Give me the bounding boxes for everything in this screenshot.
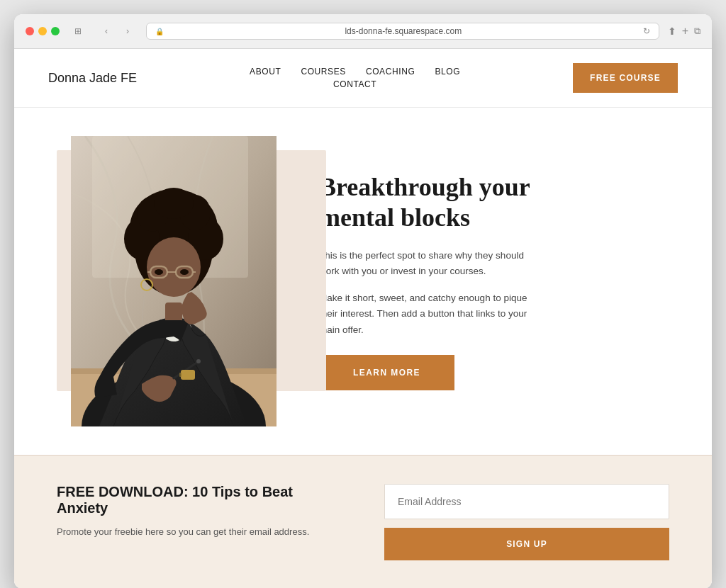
site-header: Donna Jade FE ABOUT COURSES COACHING BLO…: [14, 49, 712, 108]
back-button[interactable]: ‹: [96, 24, 116, 38]
svg-point-19: [155, 269, 163, 275]
forward-button[interactable]: ›: [118, 24, 138, 38]
signup-text-area: FREE DOWNLOAD: 10 Tips to Beat Anxiety P…: [57, 484, 342, 540]
main-nav: ABOUT COURSES COACHING BLOG CONTACT: [137, 67, 573, 89]
nav-arrows: ‹ ›: [96, 24, 138, 38]
hero-desc-1: This is the perfect spot to share why th…: [319, 248, 546, 280]
sidebar-toggle-button[interactable]: ⊞: [68, 24, 88, 38]
browser-actions: ⬆ + ⧉: [668, 25, 700, 38]
refresh-button[interactable]: ↻: [643, 26, 650, 36]
svg-point-22: [196, 359, 201, 363]
hero-section: Breakthrough your mental blocks This is …: [14, 108, 712, 455]
svg-rect-23: [181, 370, 195, 380]
learn-more-button[interactable]: LEARN MORE: [319, 355, 454, 390]
hero-image-container: [71, 136, 277, 426]
new-tab-icon[interactable]: +: [682, 25, 688, 38]
website-content: Donna Jade FE ABOUT COURSES COACHING BLO…: [14, 49, 712, 588]
close-button[interactable]: [26, 27, 34, 35]
person-illustration: [71, 136, 277, 426]
signup-desc: Promote your freebie here so you can get…: [57, 525, 342, 540]
nav-about[interactable]: ABOUT: [250, 67, 281, 77]
hero-content: Breakthrough your mental blocks This is …: [319, 172, 546, 390]
svg-point-20: [180, 269, 189, 275]
free-course-button[interactable]: FREE COURSE: [573, 63, 678, 93]
nav-contact[interactable]: CONTACT: [333, 79, 376, 89]
site-logo: Donna Jade FE: [48, 71, 137, 86]
minimize-button[interactable]: [38, 27, 47, 35]
nav-coaching[interactable]: COACHING: [366, 67, 415, 77]
share-icon[interactable]: ⬆: [668, 26, 676, 37]
url-text: lds-donna-fe.squarespace.com: [168, 26, 639, 36]
nav-row-top: ABOUT COURSES COACHING BLOG: [250, 67, 460, 77]
signup-section: FREE DOWNLOAD: 10 Tips to Beat Anxiety P…: [14, 455, 712, 588]
browser-chrome: ⊞ ‹ › 🔒 lds-donna-fe.squarespace.com ↻ ⬆…: [14, 14, 712, 49]
hero-image: [71, 136, 277, 426]
nav-row-bottom: CONTACT: [333, 79, 376, 89]
person-photo: [71, 136, 277, 426]
address-bar[interactable]: 🔒 lds-donna-fe.squarespace.com ↻: [146, 23, 659, 40]
hero-desc-2: Make it short, sweet, and catchy enough …: [319, 290, 546, 338]
svg-rect-24: [179, 373, 182, 377]
nav-blog[interactable]: BLOG: [435, 67, 460, 77]
tabs-icon[interactable]: ⧉: [694, 26, 700, 37]
fullscreen-button[interactable]: [51, 27, 60, 35]
email-input[interactable]: [384, 484, 669, 519]
browser-window: ⊞ ‹ › 🔒 lds-donna-fe.squarespace.com ↻ ⬆…: [14, 14, 712, 588]
svg-point-12: [154, 188, 194, 219]
hero-title: Breakthrough your mental blocks: [319, 172, 546, 233]
signup-form: SIGN UP: [384, 484, 669, 560]
traffic-lights: [26, 27, 60, 35]
lock-icon: 🔒: [155, 28, 164, 35]
signup-title: FREE DOWNLOAD: 10 Tips to Beat Anxiety: [57, 484, 342, 516]
signup-button[interactable]: SIGN UP: [384, 528, 669, 560]
nav-courses[interactable]: COURSES: [301, 67, 346, 77]
